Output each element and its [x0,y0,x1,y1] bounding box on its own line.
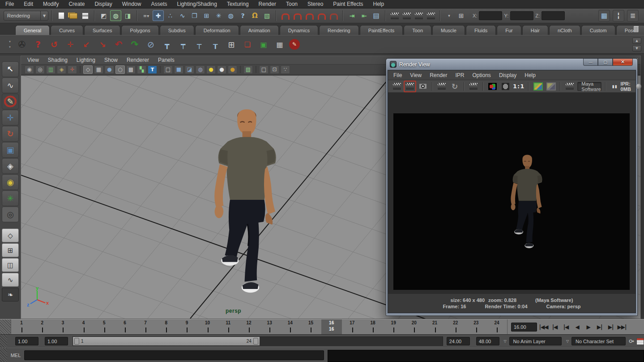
help-icon[interactable]: ? [31,38,45,51]
connections-icon[interactable]: ∵ [281,65,290,74]
delete-unused-icon[interactable]: ⊘ [144,38,158,51]
paint-effects-brush-icon[interactable]: ✎ [289,39,300,50]
z-input[interactable] [542,11,565,20]
rotate-tool[interactable]: ↻ [2,126,19,142]
timeline-frame[interactable]: 11 [218,319,239,334]
menu-item[interactable]: Window [122,1,141,7]
rendered-image[interactable] [393,113,630,290]
snap-curve-icon[interactable] [292,10,303,21]
frame-all-icon[interactable]: ⊡ [270,65,279,74]
range-start-handle[interactable] [74,338,79,345]
timeline-frame[interactable]: 18 [363,319,383,334]
timeline-frame[interactable]: 16 16 [321,319,342,334]
step-back-frame-button[interactable]: |◀ [549,322,560,332]
new-scene-icon[interactable] [55,10,67,21]
universal-manipulator-tool[interactable]: ◈ [2,158,19,174]
y-input[interactable] [510,11,533,20]
cluster-icon[interactable]: ┳ [160,38,174,51]
select-object-mode-icon[interactable]: ◍ [110,10,121,21]
selection-mask-dropdown-icon[interactable]: ≡▾ [141,10,152,21]
timeline-frame[interactable]: 5 [94,319,115,334]
image-plane-icon[interactable]: ◈ [57,65,66,74]
render-view-menu-item[interactable]: File [393,72,402,78]
timeline-frame[interactable]: 4 [73,319,94,334]
anim-layer-select[interactable]: No Anim Layer [509,337,562,345]
mask-points-icon[interactable]: ∴ [165,10,176,21]
menu-set-selector[interactable]: Rendering ▼ [4,11,48,21]
menu-item[interactable]: File [5,1,14,7]
rgb-channels-icon[interactable] [487,82,498,91]
step-forward-frame-button[interactable]: ▶| [605,322,616,332]
input-connections-icon[interactable]: ⇥ [346,10,358,21]
shelf-tab-fur[interactable]: Fur [497,25,521,35]
undo-icon[interactable]: ↶ [112,38,125,51]
range-slider-track[interactable]: 1 24 [73,336,443,346]
scene-reel-icon[interactable]: ✇ [15,38,29,51]
open-render-settings-icon[interactable] [564,82,575,91]
mask-handles-icon[interactable]: ✚ [153,10,164,21]
render-view-menu-item[interactable]: Options [473,72,491,78]
timeline-frame[interactable]: 1 [11,319,32,334]
command-input[interactable] [24,350,324,360]
uv-texture-icon[interactable]: T [148,65,157,74]
timeline-frame[interactable]: 8 [156,319,176,334]
shelf-tab-surfaces[interactable]: Surfaces [84,25,120,35]
menu-item[interactable]: Modify [43,1,59,7]
panel-menu-item[interactable]: Shading [48,57,68,63]
shelf-scroll-up-button[interactable]: ▲ [632,38,641,44]
duplicate-special-icon[interactable]: ▣ [257,38,270,51]
command-line-grip[interactable] [0,348,7,362]
all-lights-icon[interactable]: ● [228,65,237,74]
play-backwards-button[interactable]: ◀ [571,322,583,332]
step-back-key-button[interactable]: |◀ [560,322,571,332]
shelf-tab-general[interactable]: General [15,25,50,35]
snap-point-icon[interactable] [304,10,315,21]
panel-menu-item[interactable]: Show [104,57,118,63]
menu-item[interactable]: Stereo [307,1,323,7]
four-pane-layout-button[interactable]: ⊞ [2,243,19,257]
mask-deformations-icon[interactable]: ⊞ [201,10,212,21]
turntable-camera-icon[interactable]: ↺ [47,38,61,51]
menu-item[interactable]: Render [259,1,276,7]
shelf-tab-curves[interactable]: Curves [51,25,83,35]
make-live-icon[interactable] [328,10,339,21]
zoom-one-to-one-button[interactable]: 1:1 [513,82,525,91]
shelf-tab-muscle[interactable]: Muscle [432,25,465,35]
render-view-menu-item[interactable]: View [410,72,422,78]
timeline-frame[interactable]: 9 [176,319,197,334]
lasso-select-tool[interactable]: ∿ [2,78,19,93]
character-set-select[interactable]: No Character Set [571,337,626,345]
shelf-menu-arrows[interactable]: ▾▾ [6,36,13,53]
menu-item[interactable]: Assets [151,1,167,7]
render-view-canvas[interactable] [388,93,635,294]
menu-item[interactable]: Create [68,1,85,7]
output-connections-icon[interactable]: ⇤ [358,10,370,21]
renderer-select[interactable]: Maya Software [577,82,601,91]
highlight-selection-icon[interactable]: ▧ [261,10,273,21]
isolate-select-icon[interactable]: ▧ [243,65,253,74]
shelf-tab-deformation[interactable]: Deformation [195,25,239,35]
dolly-camera-icon[interactable]: ↙ [80,38,93,51]
menu-item[interactable]: Display [94,1,112,7]
command-language-toggle[interactable]: MEL [7,353,24,358]
material-override-icon[interactable]: ◍ [196,65,205,74]
single-pane-layout-button[interactable]: ◇ [2,228,19,242]
alpha-channel-icon[interactable] [500,82,511,91]
paint-select-tool[interactable]: ✎ [2,94,19,109]
character-model[interactable] [204,107,291,297]
timeline-frame[interactable]: 15 [300,319,321,334]
panel-menu-item[interactable]: Renderer [127,57,149,63]
panel-menu-item[interactable]: View [27,57,39,63]
mask-rendering-icon[interactable]: ◍ [225,10,236,21]
anim-layer-dropdown-icon[interactable]: ▽ [502,337,508,345]
timeline-frame[interactable]: 2 [32,319,52,334]
timeline-frame[interactable]: 23 [466,319,486,334]
wireframe-mode-icon[interactable]: ◇ [83,65,93,74]
graph-pane-layout-button[interactable]: ∿ [2,273,19,287]
open-scene-icon[interactable] [68,10,79,21]
shelf-tab-painteffects[interactable]: PaintEffects [360,25,403,35]
pan-zoom-icon[interactable]: ✛ [68,65,77,74]
show-manipulator-tool[interactable]: ✳ [2,190,19,206]
snapshot-icon[interactable] [418,82,428,91]
timeline-frame[interactable]: 20 [404,319,424,334]
